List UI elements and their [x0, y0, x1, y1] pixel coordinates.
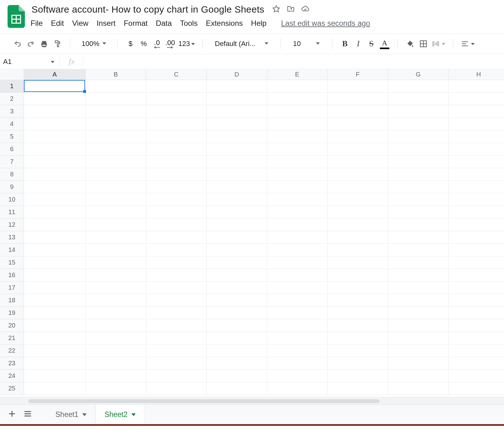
cell[interactable]	[267, 156, 328, 168]
italic-button[interactable]: I	[353, 38, 363, 49]
cell[interactable]	[328, 357, 388, 369]
row-header-24[interactable]: 24	[0, 370, 24, 382]
cell[interactable]	[449, 105, 504, 117]
cell[interactable]	[267, 130, 328, 143]
cell[interactable]	[24, 130, 86, 143]
cell[interactable]	[388, 319, 449, 332]
menu-tools[interactable]: Tools	[180, 19, 198, 28]
cell[interactable]	[207, 282, 267, 294]
cell[interactable]	[267, 332, 328, 344]
cell[interactable]	[328, 319, 388, 332]
column-header-C[interactable]: C	[146, 69, 207, 80]
cell[interactable]	[207, 118, 267, 130]
cell[interactable]	[267, 244, 328, 256]
cell[interactable]	[86, 130, 146, 143]
cell[interactable]	[328, 256, 388, 269]
cell[interactable]	[146, 370, 207, 382]
cell[interactable]	[24, 269, 86, 281]
cell[interactable]	[86, 357, 146, 369]
cell[interactable]	[207, 156, 267, 168]
cell[interactable]	[388, 143, 449, 155]
cell[interactable]	[328, 282, 388, 294]
cell[interactable]	[328, 206, 388, 218]
column-header-B[interactable]: B	[86, 69, 146, 80]
cell[interactable]	[207, 256, 267, 269]
cell[interactable]	[24, 357, 86, 369]
row-header-10[interactable]: 10	[0, 193, 24, 206]
cell[interactable]	[24, 282, 86, 294]
cell[interactable]	[267, 231, 328, 243]
cell[interactable]	[24, 219, 86, 231]
row-header-23[interactable]: 23	[0, 357, 24, 370]
cell[interactable]	[388, 219, 449, 231]
cell[interactable]	[24, 231, 86, 243]
cell[interactable]	[86, 256, 146, 269]
cell[interactable]	[146, 118, 207, 130]
menu-file[interactable]: File	[31, 19, 43, 28]
cell[interactable]	[267, 181, 328, 193]
cell[interactable]	[207, 357, 267, 369]
cell[interactable]	[449, 370, 504, 382]
cell[interactable]	[207, 181, 267, 193]
cell[interactable]	[449, 93, 504, 105]
cell[interactable]	[146, 168, 207, 180]
cell[interactable]	[449, 345, 504, 357]
name-box[interactable]: A1	[0, 54, 60, 69]
menu-view[interactable]: View	[72, 19, 89, 28]
move-to-folder-icon[interactable]	[287, 5, 295, 14]
increase-decimal-button[interactable]: .00	[165, 38, 175, 49]
cell[interactable]	[207, 93, 267, 105]
more-formats-dropdown[interactable]: 123	[178, 38, 195, 49]
font-family-dropdown[interactable]: Default (Ari...	[215, 40, 268, 48]
cell[interactable]	[328, 370, 388, 382]
cell[interactable]	[207, 382, 267, 395]
cell[interactable]	[388, 80, 449, 92]
cell[interactable]	[328, 382, 388, 395]
cell[interactable]	[267, 93, 328, 105]
sheet-tab-sheet1[interactable]: Sheet1	[47, 405, 95, 424]
cell[interactable]	[146, 143, 207, 155]
cell[interactable]	[449, 282, 504, 294]
cell[interactable]	[24, 156, 86, 168]
cell[interactable]	[146, 244, 207, 256]
cell[interactable]	[207, 219, 267, 231]
cell[interactable]	[328, 80, 388, 92]
cell[interactable]	[207, 244, 267, 256]
borders-button[interactable]	[418, 38, 428, 49]
sheets-logo-icon[interactable]	[8, 5, 25, 28]
cell[interactable]	[86, 269, 146, 281]
cell[interactable]	[328, 93, 388, 105]
cell[interactable]	[267, 105, 328, 117]
cell[interactable]	[328, 181, 388, 193]
row-header-8[interactable]: 8	[0, 168, 24, 181]
cell[interactable]	[86, 332, 146, 344]
row-header-25[interactable]: 25	[0, 382, 24, 395]
cell[interactable]	[388, 307, 449, 319]
row-header-17[interactable]: 17	[0, 282, 24, 294]
cell[interactable]	[86, 143, 146, 155]
cell[interactable]	[267, 319, 328, 332]
cell[interactable]	[86, 370, 146, 382]
undo-icon[interactable]	[13, 38, 23, 49]
menu-help[interactable]: Help	[251, 19, 266, 28]
cell[interactable]	[24, 319, 86, 332]
cell[interactable]	[267, 193, 328, 206]
cell[interactable]	[388, 269, 449, 281]
cell[interactable]	[86, 319, 146, 332]
cell[interactable]	[24, 345, 86, 357]
cell[interactable]	[449, 143, 504, 155]
cell[interactable]	[207, 231, 267, 243]
cell[interactable]	[86, 219, 146, 231]
cell[interactable]	[388, 105, 449, 117]
cell[interactable]	[449, 332, 504, 344]
cell[interactable]	[207, 105, 267, 117]
cell[interactable]	[86, 93, 146, 105]
cell[interactable]	[388, 244, 449, 256]
star-icon[interactable]	[272, 5, 280, 14]
cell[interactable]	[449, 231, 504, 243]
row-header-6[interactable]: 6	[0, 143, 24, 156]
cell[interactable]	[24, 181, 86, 193]
cell[interactable]	[449, 193, 504, 206]
bold-button[interactable]: B	[340, 38, 350, 49]
scrollbar-thumb[interactable]	[28, 399, 380, 403]
